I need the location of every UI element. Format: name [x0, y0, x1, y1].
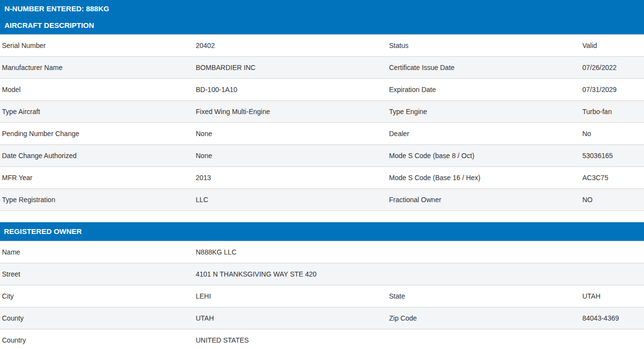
field-value: UNITED STATES: [196, 336, 389, 344]
field-label: Name: [0, 248, 196, 256]
field-label: Certificate Issue Date: [389, 64, 582, 71]
table-row: City LEHI State UTAH: [0, 285, 644, 307]
field-value: None: [196, 130, 389, 138]
field-value: 84043-4369: [582, 314, 644, 322]
field-value: No: [582, 130, 644, 138]
field-label: Pending Number Change: [0, 130, 196, 138]
field-value: UTAH: [582, 292, 644, 300]
field-label: County: [0, 314, 196, 322]
field-label: Mode S Code (Base 16 / Hex): [389, 174, 582, 182]
n-number-banner: N-NUMBER ENTERED: 888KG: [0, 0, 644, 16]
table-row: Type Registration LLC Fractional Owner N…: [0, 189, 644, 211]
field-label: Type Registration: [0, 196, 196, 204]
field-label: Date Change Authorized: [0, 152, 196, 160]
field-label: Country: [0, 336, 196, 344]
field-label: Model: [0, 86, 196, 93]
aircraft-description-table: Serial Number 20402 Status Valid Manufac…: [0, 34, 644, 211]
field-label: Dealer: [389, 130, 582, 138]
table-row: Type Aircraft Fixed Wing Multi-Engine Ty…: [0, 101, 644, 123]
field-value: 4101 N THANKSGIVING WAY STE 420: [196, 270, 389, 278]
field-value: N888KG LLC: [196, 248, 389, 256]
field-value: BD-100-1A10: [196, 86, 389, 93]
field-value: LEHI: [196, 292, 389, 300]
field-value: 20402: [196, 42, 389, 49]
table-row: Manufacturer Name BOMBARDIER INC Certifi…: [0, 57, 644, 79]
field-label: Zip Code: [389, 314, 582, 322]
table-row: County UTAH Zip Code 84043-4369: [0, 307, 644, 329]
section-header-aircraft-description: AIRCRAFT DESCRIPTION: [0, 16, 644, 34]
field-label: Status: [389, 42, 582, 49]
page-header: N-NUMBER ENTERED: 888KG AIRCRAFT DESCRIP…: [0, 0, 644, 34]
field-label: Fractional Owner: [389, 196, 582, 204]
field-value: Fixed Wing Multi-Engine: [196, 108, 389, 116]
field-label: Type Engine: [389, 108, 582, 116]
field-value: NO: [582, 196, 644, 204]
field-value: LLC: [196, 196, 389, 204]
field-value: UTAH: [196, 314, 389, 322]
field-value: 07/31/2029: [582, 86, 644, 93]
table-row: Street 4101 N THANKSGIVING WAY STE 420: [0, 263, 644, 285]
field-value: 07/26/2022: [582, 64, 644, 71]
section-gap: [0, 211, 644, 222]
field-label: Mode S Code (base 8 / Oct): [389, 152, 582, 160]
field-value: None: [196, 152, 389, 160]
table-row: Serial Number 20402 Status Valid: [0, 35, 644, 57]
field-label: City: [0, 292, 196, 300]
field-label: Manufacturer Name: [0, 64, 196, 71]
table-row: Model BD-100-1A10 Expiration Date 07/31/…: [0, 79, 644, 101]
field-label: MFR Year: [0, 174, 196, 182]
table-row: Country UNITED STATES: [0, 329, 644, 349]
field-value: Turbo-fan: [582, 108, 644, 116]
field-value: AC3C75: [582, 174, 644, 182]
table-row: Date Change Authorized None Mode S Code …: [0, 145, 644, 167]
field-value: 53036165: [582, 152, 644, 160]
field-value: Valid: [582, 42, 644, 49]
field-label: Type Aircraft: [0, 108, 196, 116]
section-header-registered-owner: REGISTERED OWNER: [0, 222, 644, 241]
field-label: State: [389, 292, 582, 300]
registered-owner-table: Name N888KG LLC Street 4101 N THANKSGIVI…: [0, 241, 644, 349]
field-label: Street: [0, 270, 196, 278]
field-label: Serial Number: [0, 42, 196, 49]
table-row: Name N888KG LLC: [0, 241, 644, 263]
table-row: Pending Number Change None Dealer No: [0, 123, 644, 145]
field-label: Expiration Date: [389, 86, 582, 93]
field-value: 2013: [196, 174, 389, 182]
field-value: BOMBARDIER INC: [196, 64, 389, 71]
table-row: MFR Year 2013 Mode S Code (Base 16 / Hex…: [0, 167, 644, 189]
